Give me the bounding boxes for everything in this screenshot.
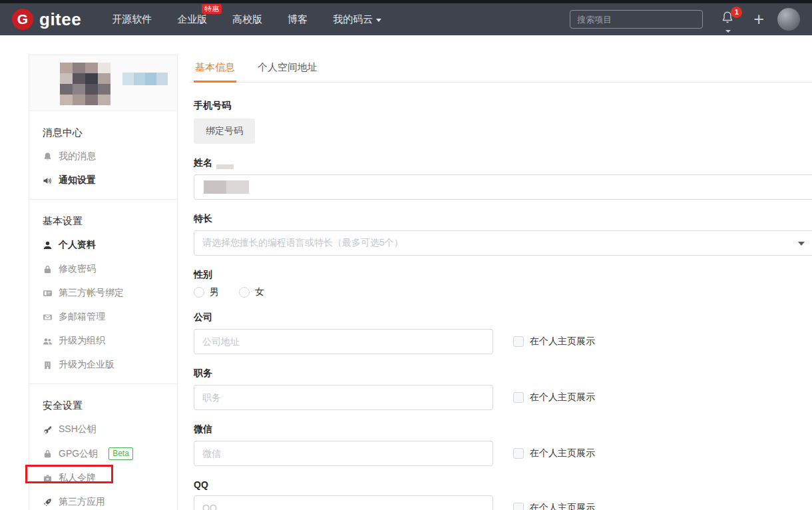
nav-item-my-gitee[interactable]: 我的码云: [333, 13, 381, 26]
sidebar-item-private-tokens[interactable]: 私人令牌: [29, 466, 177, 490]
notification-count-badge: 1: [731, 7, 742, 18]
sidebar-item-my-messages[interactable]: 我的消息: [29, 144, 177, 168]
sidebar-item-label: GPG公钥: [59, 448, 98, 460]
sidebar-item-profile[interactable]: 个人资料: [29, 233, 177, 257]
token-icon: [43, 473, 53, 483]
rocket-icon: [43, 497, 53, 507]
create-new-button[interactable]: +: [753, 11, 764, 27]
sidebar-section-title: 消息中心: [29, 117, 177, 144]
person-icon: [43, 240, 53, 250]
navbar-right: 1 +: [570, 8, 800, 31]
censored-name-value: [204, 180, 249, 194]
position-field-group: 职务 在个人主页展示: [194, 368, 812, 410]
chevron-down-icon: [725, 30, 731, 33]
sidebar-section-title: 安全设置: [29, 389, 177, 417]
sidebar-item-third-party-apps[interactable]: 第三方应用: [29, 490, 177, 510]
users-icon: [43, 336, 53, 346]
bind-phone-button[interactable]: 绑定号码: [194, 119, 255, 144]
sidebar-item-email-management[interactable]: 多邮箱管理: [29, 305, 177, 329]
name-field-group: 姓名: [194, 157, 812, 200]
wechat-field-group: 微信 在个人主页展示: [194, 423, 812, 466]
company-field-group: 公司 在个人主页展示: [194, 312, 812, 354]
qq-input[interactable]: [194, 495, 493, 510]
building-icon: [43, 360, 53, 370]
navbar: G gitee 开源软件 企业版 特惠 高校版 博客 我的码云 1: [0, 3, 812, 35]
profile-tabs: 基本信息 个人空间地址: [190, 56, 812, 83]
bell-icon: [43, 152, 53, 162]
sidebar-item-upgrade-enterprise[interactable]: 升级为企业版: [29, 353, 177, 377]
envelope-icon: [43, 312, 53, 322]
gender-radio-female[interactable]: 女: [239, 286, 264, 298]
gitee-logo-text: gitee: [39, 9, 81, 30]
wechat-input[interactable]: [194, 441, 493, 466]
sidebar-item-label: 第三方应用: [59, 496, 105, 508]
sidebar-section-title: 基本设置: [29, 205, 177, 233]
gitee-logo[interactable]: G gitee: [12, 9, 81, 30]
profile-settings-main: 基本信息 个人空间地址 手机号码 绑定号码 姓名 特长 请选择您擅长的编程语言或…: [190, 56, 812, 510]
sidebar-item-change-password[interactable]: 修改密码: [29, 257, 177, 281]
phone-label: 手机号码: [194, 100, 812, 112]
lock-icon: [43, 449, 53, 459]
checkbox-icon[interactable]: [513, 336, 524, 347]
gitee-logo-icon: G: [12, 9, 33, 30]
sidebar-item-label: 我的消息: [59, 150, 96, 162]
checkbox-icon[interactable]: [513, 392, 524, 403]
nav-item-education[interactable]: 高校版: [232, 13, 262, 26]
tab-personal-space-url[interactable]: 个人空间地址: [256, 56, 319, 82]
nav-item-enterprise[interactable]: 企业版 特惠: [177, 13, 207, 26]
wechat-show-on-profile[interactable]: 在个人主页展示: [513, 447, 595, 459]
radio-label: 女: [255, 286, 264, 298]
sidebar-item-third-party-accounts[interactable]: 第三方帐号绑定: [29, 281, 177, 305]
sidebar-item-ssh-keys[interactable]: SSH公钥: [29, 417, 177, 441]
censored-avatar: [60, 63, 110, 105]
key-icon: [43, 425, 53, 435]
company-show-on-profile[interactable]: 在个人主页展示: [513, 336, 595, 348]
company-input[interactable]: [194, 329, 493, 354]
tab-basic-info[interactable]: 基本信息: [194, 56, 236, 83]
radio-icon[interactable]: [194, 287, 204, 298]
phone-field-group: 手机号码 绑定号码: [194, 100, 812, 144]
skills-select[interactable]: 请选择您擅长的编程语言或特长（最多可选5个）: [194, 230, 812, 256]
nav-item-opensource[interactable]: 开源软件: [112, 13, 152, 26]
position-show-on-profile[interactable]: 在个人主页展示: [513, 391, 595, 403]
sidebar-item-notification-settings[interactable]: 通知设置: [29, 168, 177, 192]
checkbox-label: 在个人主页展示: [530, 447, 595, 459]
skills-field-group: 特长 请选择您擅长的编程语言或特长（最多可选5个）: [194, 213, 812, 256]
sidebar-item-upgrade-organization[interactable]: 升级为组织: [29, 329, 177, 353]
chevron-down-icon: [376, 19, 381, 22]
radio-icon[interactable]: [239, 287, 250, 298]
nav-item-label: 企业版: [177, 13, 207, 26]
sidebar-profile-header: [29, 55, 177, 111]
volume-icon: [43, 176, 53, 186]
skills-label: 特长: [194, 213, 812, 225]
position-input[interactable]: [194, 385, 493, 410]
sidebar-item-label: 多邮箱管理: [59, 311, 105, 323]
checkbox-icon[interactable]: [513, 503, 524, 510]
qq-show-on-profile[interactable]: 在个人主页展示: [513, 502, 595, 510]
sidebar-item-label: SSH公钥: [59, 423, 97, 435]
gender-field-group: 性别 男 女: [194, 269, 812, 298]
sidebar-section-basic: 基本设置 个人资料 修改密码 第三方帐号绑定 多邮箱管理 升级为组织 升级为企业…: [29, 199, 177, 383]
user-avatar[interactable]: [777, 8, 800, 31]
sidebar-item-label: 升级为组织: [59, 335, 105, 347]
name-input[interactable]: [194, 174, 812, 200]
sidebar-section-messages: 消息中心 我的消息 通知设置: [29, 111, 177, 199]
search-input[interactable]: [570, 10, 703, 29]
nav-item-label: 博客: [288, 13, 307, 26]
qq-label: QQ: [194, 479, 812, 490]
sidebar-section-security: 安全设置 SSH公钥 GPG公钥 Beta 私人令牌 第三方应用 登录历史: [29, 383, 177, 510]
settings-sidebar: 消息中心 我的消息 通知设置 基本设置 个人资料 修改密码 第三方帐号绑定 多邮…: [29, 55, 178, 510]
gender-radio-male[interactable]: 男: [194, 286, 219, 298]
nav-item-label: 开源软件: [112, 13, 152, 26]
checkbox-label: 在个人主页展示: [530, 336, 595, 348]
gender-label: 性别: [194, 269, 812, 281]
sidebar-item-gpg-keys[interactable]: GPG公钥 Beta: [29, 441, 177, 466]
company-label: 公司: [194, 312, 812, 324]
nav-item-label: 我的码云: [333, 13, 373, 26]
checkbox-icon[interactable]: [513, 448, 524, 459]
nav-item-label: 高校版: [232, 13, 262, 26]
nav-menu: 开源软件 企业版 特惠 高校版 博客 我的码云: [112, 13, 381, 26]
notifications-button[interactable]: 1: [720, 9, 736, 29]
nav-item-blog[interactable]: 博客: [288, 13, 307, 26]
radio-label: 男: [210, 286, 219, 298]
